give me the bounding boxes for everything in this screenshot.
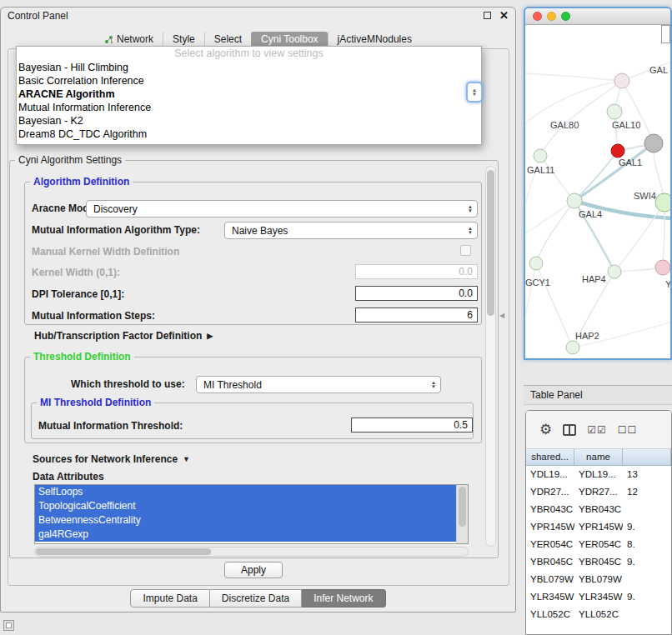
table-row[interactable]: YLL052CYLL052C <box>526 606 671 623</box>
node-label: SWI4 <box>634 191 656 201</box>
menu-item-bayesian-hill-climbing[interactable]: Bayesian - Hill Climbing <box>17 61 481 74</box>
network-node[interactable] <box>567 193 582 208</box>
minimize-traffic-light-icon[interactable] <box>547 12 556 21</box>
network-node[interactable] <box>655 193 670 212</box>
network-node[interactable] <box>644 134 663 152</box>
column-header[interactable]: shared... <box>526 449 574 465</box>
zoom-traffic-light-icon[interactable] <box>561 12 570 21</box>
network-edge[interactable] <box>525 263 536 315</box>
network-node[interactable] <box>608 265 621 278</box>
restore-icon[interactable] <box>484 12 491 19</box>
network-node[interactable] <box>607 104 622 119</box>
manual-kernel-checkbox[interactable] <box>460 245 471 256</box>
tab-label: jActiveMNodules <box>338 33 412 45</box>
network-edge[interactable] <box>525 73 622 81</box>
table-cell: YBL079W <box>526 571 574 588</box>
network-edge[interactable] <box>622 81 654 143</box>
network-window-titlebar[interactable] <box>525 8 670 25</box>
network-edge[interactable] <box>525 201 574 233</box>
attribute-item[interactable]: BetweennessCentrality <box>35 513 456 528</box>
network-node[interactable] <box>566 341 579 354</box>
close-icon[interactable]: ✕ <box>499 11 509 20</box>
network-edge[interactable] <box>540 156 574 201</box>
settings-vertical-scrollbar[interactable] <box>485 166 496 547</box>
network-node[interactable] <box>655 260 670 275</box>
algorithm-combo-end[interactable]: ▲▼ <box>466 82 483 102</box>
mi-steps-field[interactable]: 6 <box>355 308 478 322</box>
table-cell: YBL079W <box>574 571 623 588</box>
network-node[interactable] <box>534 149 547 162</box>
table-row[interactable]: YBR045CYBR045C9. <box>526 553 671 571</box>
select-all-checkboxes-icon[interactable]: ☑☑ <box>587 424 607 436</box>
close-traffic-light-icon[interactable] <box>533 12 542 21</box>
panel-grip-icon[interactable] <box>3 620 14 631</box>
table-cell: YLR345W <box>526 588 574 606</box>
table-panel-titlebar[interactable]: Table Panel <box>524 385 672 405</box>
attribute-item[interactable]: SelfLoops <box>35 485 456 499</box>
panel-collapse-arrow-icon[interactable]: ◀ <box>499 312 504 319</box>
table-row[interactable]: YBR043CYBR043C <box>526 501 671 518</box>
table-cell <box>623 571 671 588</box>
dpi-tolerance-field[interactable]: 0.0 <box>355 286 478 301</box>
network-edge[interactable] <box>540 81 622 156</box>
table-row[interactable]: YBL079WYBL079W <box>526 571 671 588</box>
network-canvas-svg[interactable]: GALGAL80GAL10GAL11GAL1SWI4GAL4GCY1HAP4HA… <box>525 25 670 358</box>
menu-item-aracne-algorithm[interactable]: ARACNE Algorithm <box>17 88 481 101</box>
list-horizontal-scrollbar[interactable] <box>34 547 469 557</box>
tab-infer-network[interactable]: Infer Network <box>302 589 385 608</box>
combo-arrows-icon: ▲▼ <box>431 381 440 389</box>
mi-type-select[interactable]: Naive Bayes ▲▼ <box>224 222 478 239</box>
chevron-right-icon: ▶ <box>207 332 213 340</box>
column-header[interactable] <box>623 449 671 465</box>
tab-discretize-data[interactable]: Discretize Data <box>210 589 302 608</box>
table-cell: YBR045C <box>526 553 574 571</box>
network-canvas[interactable]: GALGAL80GAL10GAL11GAL1SWI4GAL4GCY1HAP4HA… <box>525 25 670 358</box>
column-header[interactable]: name <box>574 449 623 465</box>
hub-section-label: Hub/Transcription Factor Definition <box>34 330 202 342</box>
mi-threshold-label: Mutual Information Threshold: <box>38 420 183 432</box>
list-vertical-scrollbar[interactable] <box>456 485 468 543</box>
aracne-mode-select[interactable]: Discovery ▲▼ <box>86 200 478 218</box>
network-edge[interactable] <box>536 201 574 263</box>
node-label: GCY1 <box>525 278 550 288</box>
network-edge[interactable] <box>525 156 540 203</box>
network-node[interactable] <box>611 144 624 158</box>
control-panel-titlebar[interactable]: Control Panel ✕ <box>1 8 515 24</box>
table-header-row: shared...name <box>526 449 671 466</box>
network-edge[interactable] <box>536 263 573 348</box>
mi-threshold-field[interactable]: 0.5 <box>351 418 473 432</box>
table-cell <box>623 501 671 518</box>
table-row[interactable]: YDR27...YDR27...12 <box>526 483 671 501</box>
table-row[interactable]: YDL19...YDL19...13 <box>526 466 671 483</box>
network-edge[interactable] <box>663 202 664 268</box>
canvas-side-box[interactable] <box>661 25 670 43</box>
table-row[interactable]: YLR345WYLR345W9. <box>526 588 671 606</box>
table-cell: YDL19... <box>526 466 574 483</box>
deselect-all-checkboxes-icon[interactable]: ☐☐ <box>618 424 638 436</box>
mi-type-value: Naive Bayes <box>232 225 288 237</box>
scrollbar-thumb[interactable] <box>459 487 466 527</box>
attribute-item[interactable]: TopologicalCoefficient <box>35 499 456 513</box>
network-node[interactable] <box>614 73 629 88</box>
tab-impute-data[interactable]: Impute Data <box>130 589 209 608</box>
menu-item-mutual-information-inference[interactable]: Mutual Information Inference <box>17 101 481 114</box>
hub-section-toggle[interactable]: Hub/Transcription Factor Definition ▶ <box>34 330 213 342</box>
table-row[interactable]: YER054CYER054C8. <box>526 536 671 553</box>
menu-item-dream8-dc-tdc-algorithm[interactable]: Dream8 DC_TDC Algorithm <box>17 128 481 141</box>
table-row[interactable]: YPR145WYPR145W9. <box>526 518 671 536</box>
gear-icon[interactable]: ⚙ <box>539 421 552 438</box>
scrollbar-thumb[interactable] <box>487 170 494 316</box>
scrollbar-thumb[interactable] <box>36 548 211 555</box>
menu-item-bayesian-k2[interactable]: Bayesian - K2 <box>17 114 481 128</box>
network-node[interactable] <box>529 257 543 270</box>
kernel-width-field[interactable]: 0.0 <box>355 264 478 279</box>
attribute-item[interactable]: gal4RGexp <box>35 528 456 542</box>
algorithm-definition-title: Algorithm Definition <box>30 176 133 188</box>
node-label: Y <box>665 279 670 289</box>
which-threshold-select[interactable]: MI Threshold ▲▼ <box>196 376 441 393</box>
menu-item-basic-correlation-inference[interactable]: Basic Correlation Inference <box>17 74 481 88</box>
threshold-definition-title: Threshold Definition <box>30 351 134 362</box>
columns-icon[interactable] <box>563 424 576 436</box>
sources-section-toggle[interactable]: Sources for Network Inference ▼ <box>33 453 190 465</box>
apply-button[interactable]: Apply <box>224 562 283 578</box>
